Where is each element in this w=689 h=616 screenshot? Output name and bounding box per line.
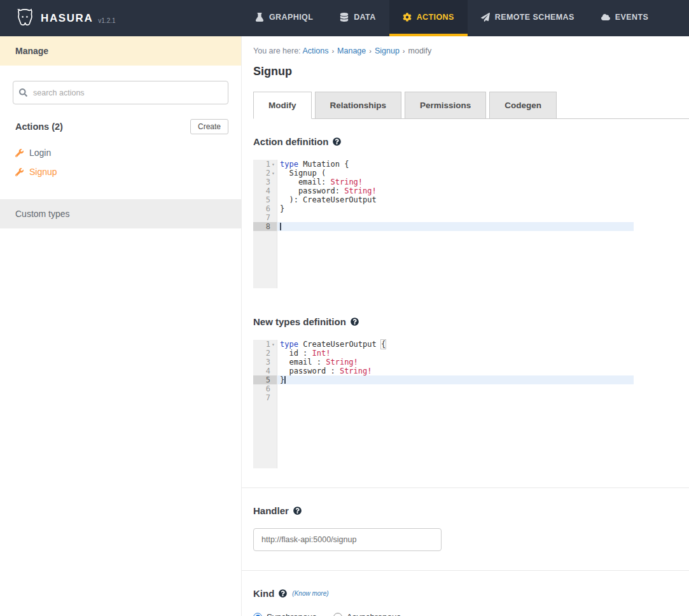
sidebar: Manage Actions (2) Create LoginSignup Cu… <box>0 36 242 616</box>
editor-gutter: 1▾234567 <box>253 340 277 468</box>
breadcrumb-prefix: You are here: <box>253 46 302 55</box>
help-icon[interactable] <box>293 507 302 515</box>
code-line: password: String! <box>277 186 634 195</box>
code-line <box>277 213 634 222</box>
kind-heading: Kind <box>253 588 274 599</box>
top-navbar: HASURA v1.2.1 GRAPHIQLDATAACTIONSREMOTE … <box>0 0 689 36</box>
code-line: } <box>277 375 634 384</box>
nav-item-remote-schemas[interactable]: REMOTE SCHEMAS <box>468 0 588 36</box>
sidebar-action-login[interactable]: Login <box>0 143 241 162</box>
new-types-editor[interactable]: 1▾234567 type CreateUserOutput { id : In… <box>253 340 634 468</box>
sidebar-action-signup[interactable]: Signup <box>0 162 241 181</box>
breadcrumb-separator: › <box>403 47 405 55</box>
nav-item-data[interactable]: DATA <box>326 0 389 36</box>
fold-caret-icon[interactable]: ▾ <box>270 162 276 167</box>
search-actions-input[interactable] <box>13 81 228 104</box>
actions-count-heading: Actions (2) <box>15 122 63 132</box>
action-definition-heading: Action definition <box>253 136 328 147</box>
code-line <box>277 384 634 393</box>
tab-bar: ModifyRelationshipsPermissionsCodegen <box>253 92 689 119</box>
kind-radio-group: SynchronousAsynchronous <box>253 612 689 616</box>
gutter-line-number: 6 <box>253 384 277 393</box>
editor-code-area[interactable]: type CreateUserOutput { id : Int! email … <box>277 340 634 468</box>
help-icon[interactable] <box>279 589 287 598</box>
tab-modify[interactable]: Modify <box>253 92 312 119</box>
handler-heading: Handler <box>253 505 289 516</box>
editor-code-area[interactable]: type Mutation { Signup ( email: String! … <box>277 160 634 288</box>
main-content: You are here: Actions›Manage›Signup›modi… <box>242 36 689 616</box>
breadcrumb-item-manage[interactable]: Manage <box>337 46 366 55</box>
action-definition-editor[interactable]: 1▾2▾345678 type Mutation { Signup ( emai… <box>253 160 634 288</box>
hasura-brand[interactable]: HASURA v1.2.1 <box>0 0 242 36</box>
sidebar-section-custom-types[interactable]: Custom types <box>0 199 241 228</box>
gutter-line-number: 6 <box>253 204 277 213</box>
nav-label: ACTIONS <box>417 13 454 22</box>
breadcrumb-separator: › <box>369 47 372 55</box>
breadcrumb-item-actions[interactable]: Actions <box>302 46 328 55</box>
radio-label: Asynchronous <box>347 612 401 616</box>
tab-relationships[interactable]: Relationships <box>315 92 402 119</box>
cogs-icon <box>403 13 412 22</box>
text-cursor <box>280 223 281 230</box>
action-label: Signup <box>29 167 57 177</box>
nav-label: DATA <box>354 13 375 22</box>
sidebar-section-manage[interactable]: Manage <box>0 36 241 66</box>
radio-label: Synchronous <box>267 612 317 616</box>
wrench-icon <box>15 149 24 157</box>
code-line: id : Int! <box>277 349 634 358</box>
code-line: Signup ( <box>277 169 634 178</box>
fold-caret-icon[interactable]: ▾ <box>270 342 276 347</box>
gutter-line-number: 8 <box>253 222 277 231</box>
gutter-line-number: 4 <box>253 367 277 375</box>
radio-icon <box>253 613 262 616</box>
wrench-icon <box>15 168 24 176</box>
hasura-logo-icon <box>15 8 34 29</box>
nav-label: EVENTS <box>615 13 648 22</box>
nav-label: GRAPHIQL <box>269 13 313 22</box>
radio-icon <box>333 613 342 616</box>
flask-icon <box>255 13 264 22</box>
gutter-line-number: 5 <box>253 375 277 384</box>
search-wrap <box>13 81 228 104</box>
nav-item-events[interactable]: EVENTS <box>588 0 662 36</box>
code-line: ): CreateUserOutput <box>277 195 634 204</box>
code-line: type Mutation { <box>277 160 634 169</box>
nav-item-actions[interactable]: ACTIONS <box>389 0 468 36</box>
page-title: Signup <box>253 65 689 78</box>
new-types-heading: New types definition <box>253 316 346 327</box>
help-icon[interactable] <box>333 137 341 146</box>
code-line: email : String! <box>277 358 634 367</box>
gutter-line-number: 7 <box>253 393 277 402</box>
gutter-line-number: 7 <box>253 213 277 222</box>
tab-codegen[interactable]: Codegen <box>489 92 557 119</box>
handler-url-input[interactable] <box>253 528 442 551</box>
fold-caret-icon[interactable]: ▾ <box>270 171 276 176</box>
action-label: Login <box>29 148 51 158</box>
section-divider <box>242 487 689 488</box>
gutter-line-number: 2▾ <box>253 169 277 178</box>
gutter-line-number: 5 <box>253 195 277 204</box>
breadcrumb-item-signup[interactable]: Signup <box>375 46 400 55</box>
kind-radio-synchronous[interactable]: Synchronous <box>253 612 317 616</box>
main-nav: GRAPHIQLDATAACTIONSREMOTE SCHEMASEVENTS <box>242 0 662 36</box>
breadcrumb-separator: › <box>331 47 334 55</box>
section-divider <box>242 570 689 571</box>
gutter-line-number: 4 <box>253 186 277 195</box>
tab-permissions[interactable]: Permissions <box>405 92 486 119</box>
know-more-link[interactable]: (Know more) <box>292 590 328 597</box>
nav-label: REMOTE SCHEMAS <box>495 13 574 22</box>
gutter-line-number: 3 <box>253 178 277 186</box>
kind-radio-asynchronous[interactable]: Asynchronous <box>333 612 401 616</box>
paper-plane-icon <box>481 13 490 22</box>
code-line: type CreateUserOutput { <box>277 340 634 349</box>
create-action-button[interactable]: Create <box>190 119 228 134</box>
brand-name: HASURA <box>41 12 93 25</box>
code-line <box>277 393 634 402</box>
breadcrumb: You are here: Actions›Manage›Signup›modi… <box>253 46 689 55</box>
cloud-icon <box>601 13 610 22</box>
actions-list: LoginSignup <box>0 143 241 181</box>
nav-item-graphiql[interactable]: GRAPHIQL <box>242 0 326 36</box>
code-line: password : String! <box>277 367 634 375</box>
help-icon[interactable] <box>351 318 359 326</box>
code-line: email: String! <box>277 178 634 186</box>
